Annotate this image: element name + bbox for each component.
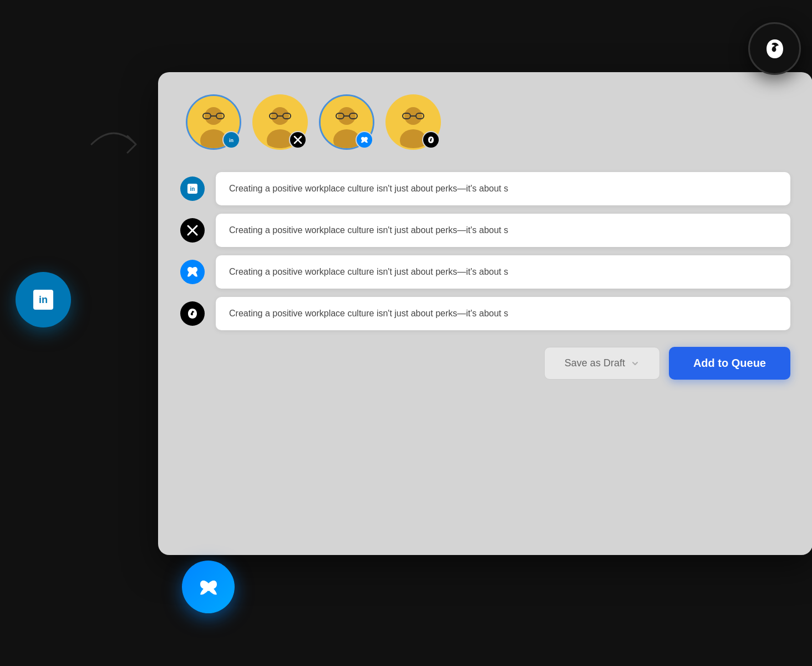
threads-badge bbox=[422, 131, 440, 149]
threads-platform-icon bbox=[180, 301, 205, 326]
threads-post-row: Creating a positive workplace culture is… bbox=[180, 297, 790, 330]
linkedin-icon: in bbox=[29, 285, 58, 314]
add-to-queue-button[interactable]: Add to Queue bbox=[669, 347, 790, 380]
floating-threads-icon bbox=[748, 22, 801, 75]
floating-bluesky-icon bbox=[182, 561, 235, 613]
linkedin-post-row: in Creating a positive workplace culture… bbox=[180, 172, 790, 205]
twitter-post-row: Creating a positive workplace culture is… bbox=[180, 214, 790, 247]
post-rows: in Creating a positive workplace culture… bbox=[180, 172, 790, 330]
linkedin-post-text[interactable]: Creating a positive workplace culture is… bbox=[216, 172, 790, 205]
bluesky-platform-icon bbox=[180, 260, 205, 284]
avatar-linkedin[interactable]: in bbox=[186, 94, 241, 150]
avatar-row: in bbox=[186, 94, 790, 150]
linkedin-badge: in bbox=[222, 131, 240, 149]
bluesky-badge bbox=[356, 131, 373, 149]
avatar-threads[interactable] bbox=[385, 94, 441, 150]
threads-post-text[interactable]: Creating a positive workplace culture is… bbox=[216, 297, 790, 330]
threads-icon bbox=[761, 35, 789, 63]
svg-text:in: in bbox=[39, 294, 48, 305]
bottom-actions: Save as Draft Add to Queue bbox=[180, 347, 790, 380]
twitter-post-text[interactable]: Creating a positive workplace culture is… bbox=[216, 214, 790, 247]
chevron-down-icon bbox=[631, 359, 640, 368]
twitter-badge bbox=[289, 131, 307, 149]
main-card: in bbox=[158, 72, 812, 555]
floating-linkedin-icon: in bbox=[16, 272, 71, 327]
linkedin-platform-icon: in bbox=[180, 176, 205, 201]
avatar-bluesky[interactable] bbox=[319, 94, 374, 150]
avatar-twitter[interactable] bbox=[252, 94, 308, 150]
save-draft-button[interactable]: Save as Draft bbox=[544, 347, 660, 380]
bluesky-post-row: Creating a positive workplace culture is… bbox=[180, 255, 790, 289]
bluesky-post-text[interactable]: Creating a positive workplace culture is… bbox=[216, 255, 790, 289]
twitter-platform-icon bbox=[180, 218, 205, 243]
svg-text:in: in bbox=[190, 186, 195, 192]
svg-text:in: in bbox=[229, 138, 234, 143]
background-arrow bbox=[80, 111, 147, 178]
bluesky-butterfly-icon bbox=[195, 573, 222, 601]
